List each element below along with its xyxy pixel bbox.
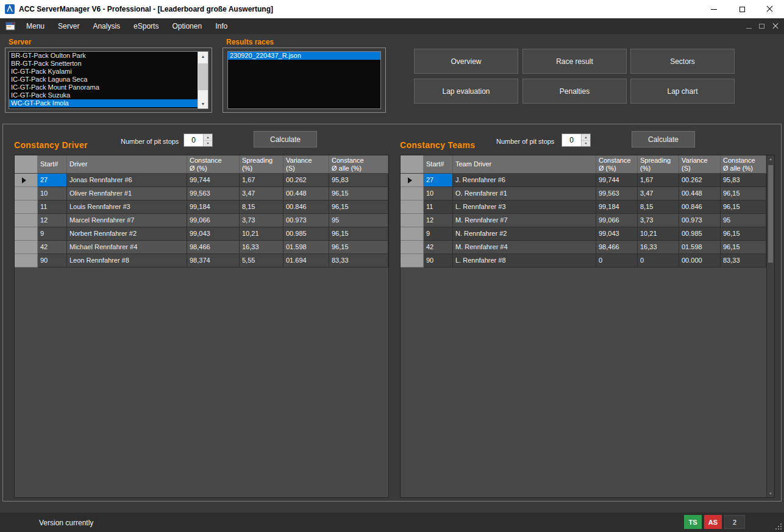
grid-cell[interactable]: 3,73 [638, 214, 679, 227]
grid-cell[interactable]: 99,043 [187, 227, 240, 241]
scroll-down-icon[interactable]: ▼ [198, 99, 208, 108]
grid-cell[interactable]: 8,15 [638, 200, 679, 214]
grid-cell[interactable]: 00.846 [679, 200, 721, 214]
grid-row-header[interactable] [401, 174, 424, 187]
grid-cell[interactable]: 98,466 [187, 241, 240, 254]
scroll-down-icon[interactable]: ▼ [767, 492, 774, 495]
column-header-start[interactable]: Start# [424, 155, 453, 174]
menu-item-analysis[interactable]: Analysis [86, 18, 127, 34]
grid-row-header[interactable] [401, 227, 424, 241]
grid-cell[interactable]: 0 [596, 254, 638, 268]
menu-item-server[interactable]: Server [51, 18, 86, 34]
server-list-scrollbar[interactable]: ▲ ▼ [198, 52, 208, 108]
grid-row-header[interactable] [15, 174, 38, 187]
grid-cell[interactable]: 16,33 [638, 241, 679, 254]
grid-cell[interactable]: 42 [38, 241, 67, 254]
grid-cell[interactable]: 5,55 [240, 254, 283, 268]
teams-calculate-button[interactable]: Calculate [632, 131, 695, 147]
grid-cell[interactable]: 12 [424, 214, 453, 227]
grid-cell[interactable]: 83,33 [721, 254, 766, 268]
grid-cell[interactable]: 96,15 [329, 187, 388, 200]
grid-cell[interactable]: 0 [638, 254, 679, 268]
grid-cell[interactable]: 00.448 [679, 187, 721, 200]
grid-cell[interactable]: 99,744 [187, 174, 240, 187]
grid-cell[interactable]: 1,67 [240, 174, 283, 187]
sectors-button[interactable]: Sectors [630, 49, 735, 74]
column-header-team-driver[interactable]: Team Driver [453, 155, 596, 174]
column-header-variance[interactable]: Variance (S) [283, 155, 329, 174]
grid-cell[interactable]: 96,15 [329, 200, 388, 214]
close-button[interactable] [756, 0, 784, 18]
lap-chart-button[interactable]: Lap chart [630, 79, 735, 104]
grid-row-header[interactable] [15, 254, 38, 268]
grid-cell[interactable]: M. Rennfahrer #4 [453, 241, 596, 254]
column-header-constance[interactable]: Constance Ø (%) [187, 155, 240, 174]
grid-cell[interactable]: 00.448 [283, 187, 329, 200]
grid-cell[interactable]: 99,563 [187, 187, 240, 200]
grid-cell[interactable]: 10,21 [240, 227, 283, 241]
grid-cell[interactable]: 11 [424, 200, 453, 214]
grid-row-header[interactable] [15, 200, 38, 214]
server-list-item[interactable]: BR-GT-Pack Oulton Park [9, 52, 208, 60]
grid-cell[interactable]: 98,374 [187, 254, 240, 268]
server-list-item[interactable]: IC-GT-Pack Suzuka [9, 91, 208, 99]
grid-corner-cell[interactable] [401, 155, 424, 174]
stepper-up-icon[interactable]: ▲ [204, 134, 212, 141]
grid-cell[interactable]: 96,15 [721, 241, 766, 254]
server-list-item[interactable]: BR-GT-Pack Snetterton [9, 60, 208, 68]
grid-cell[interactable]: J. Rennfahrer #6 [453, 174, 596, 187]
grid-cell[interactable]: 99,744 [596, 174, 638, 187]
grid-cell[interactable]: Jonas Rennfahrer #6 [67, 174, 187, 187]
grid-cell[interactable]: 99,066 [187, 214, 240, 227]
column-header-constance[interactable]: Constance Ø (%) [596, 155, 638, 174]
grid-cell[interactable]: 00.262 [679, 174, 721, 187]
grid-cell[interactable]: 11 [38, 200, 67, 214]
grid-row-header[interactable] [15, 187, 38, 200]
grid-cell[interactable]: 16,33 [240, 241, 283, 254]
results-list-item-selected[interactable]: 230920_220437_R.json [228, 52, 380, 60]
teams-pit-stops-value[interactable]: 0 [562, 134, 581, 146]
minimize-button[interactable] [700, 0, 728, 18]
grid-row-header[interactable] [15, 214, 38, 227]
grid-cell[interactable]: 96,15 [329, 241, 388, 254]
grid-cell[interactable]: 1,67 [638, 174, 679, 187]
grid-cell[interactable]: 96,15 [721, 200, 766, 214]
grid-cell[interactable]: 42 [424, 241, 453, 254]
menu-item-info[interactable]: Info [208, 18, 234, 34]
mdi-minimize-button[interactable] [746, 24, 752, 29]
grid-cell[interactable]: 01.694 [283, 254, 329, 268]
grid-cell[interactable]: 00.973 [283, 214, 329, 227]
grid-row-header[interactable] [401, 241, 424, 254]
mdi-restore-button[interactable] [759, 24, 764, 29]
stepper-up-icon[interactable]: ▲ [582, 134, 590, 141]
grid-cell[interactable]: L. Rennfahrer #8 [453, 254, 596, 268]
grid-cell[interactable]: 27 [424, 174, 453, 187]
column-header-spreading[interactable]: Spreading (%) [638, 155, 679, 174]
overview-button[interactable]: Overview [414, 49, 518, 74]
grid-cell[interactable]: 8,15 [240, 200, 283, 214]
grid-cell[interactable]: 10,21 [638, 227, 679, 241]
grid-cell[interactable]: 90 [424, 254, 453, 268]
scroll-up-icon[interactable]: ▲ [767, 157, 774, 161]
grid-cell[interactable]: 99,066 [596, 214, 638, 227]
grid-cell[interactable]: 99,563 [596, 187, 638, 200]
teams-pit-stops-stepper[interactable]: 0 ▲ ▼ [561, 133, 591, 147]
grid-cell[interactable]: O. Rennfahrer #1 [453, 187, 596, 200]
grid-cell[interactable]: 3,73 [240, 214, 283, 227]
column-header-driver[interactable]: Driver [67, 155, 187, 174]
grid-row-header[interactable] [401, 214, 424, 227]
mdi-close-button[interactable] [772, 23, 779, 30]
grid-cell[interactable]: 3,47 [638, 187, 679, 200]
grid-row-header[interactable] [15, 241, 38, 254]
grid-cell[interactable]: 99,184 [596, 200, 638, 214]
grid-cell[interactable]: 01.598 [679, 241, 721, 254]
grid-cell[interactable]: 96,15 [721, 187, 766, 200]
grid-corner-cell[interactable] [15, 155, 38, 174]
mdi-child-icon[interactable] [5, 21, 15, 31]
grid-cell[interactable]: 96,15 [721, 227, 766, 241]
grid-cell[interactable]: Oliver Rennfahrer #1 [67, 187, 187, 200]
grid-row-header[interactable] [401, 254, 424, 268]
driver-pit-stops-stepper[interactable]: 0 ▲ ▼ [184, 133, 213, 147]
grid-cell[interactable]: 00.262 [283, 174, 329, 187]
grid-cell[interactable]: 10 [38, 187, 67, 200]
